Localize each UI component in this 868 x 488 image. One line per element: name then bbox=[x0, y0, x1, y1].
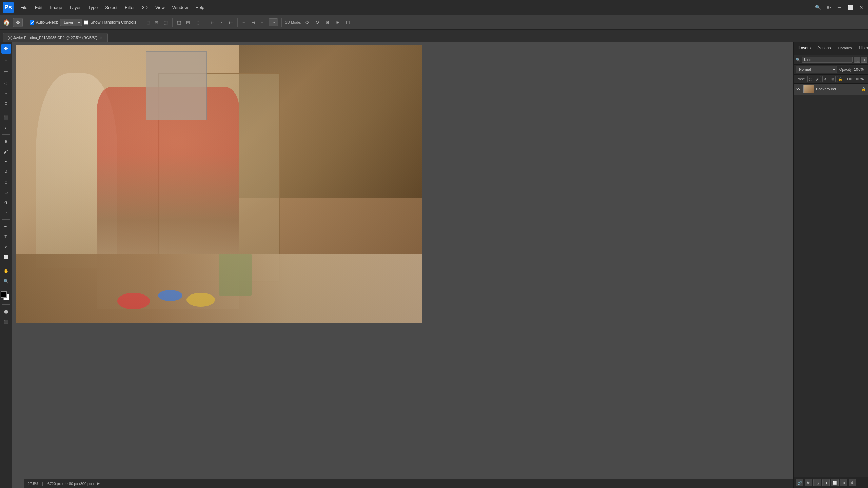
hand-btn[interactable]: ✋ bbox=[1, 266, 11, 276]
tool-separator-1 bbox=[2, 66, 10, 66]
menu-file[interactable]: File bbox=[17, 4, 31, 12]
type-btn[interactable]: T bbox=[1, 232, 11, 241]
filter-pixel-icon[interactable]: ⬚ bbox=[854, 57, 860, 63]
dist-right-btn[interactable]: ⫦ bbox=[227, 18, 235, 26]
tab-layers[interactable]: Layers bbox=[795, 44, 814, 53]
canvas-area[interactable]: 27.5% │ 6720 px x 4480 px (300 ppi) ▶ bbox=[12, 42, 793, 488]
artboard-tool-btn[interactable]: ⊞ bbox=[1, 54, 11, 64]
menu-view[interactable]: View bbox=[152, 4, 168, 12]
tab-actions[interactable]: Actions bbox=[814, 44, 834, 53]
menu-select[interactable]: Select bbox=[102, 4, 121, 12]
quick-mask-btn[interactable]: ⬤ bbox=[1, 307, 11, 316]
move-tool-option[interactable]: ✥ bbox=[13, 18, 23, 27]
layer-delete-btn[interactable]: 🗑 bbox=[849, 479, 856, 486]
transform-controls-checkbox[interactable]: Show Transform Controls bbox=[84, 20, 136, 25]
menu-type[interactable]: Type bbox=[85, 4, 101, 12]
3d-roll-btn[interactable]: ↻ bbox=[313, 18, 321, 26]
layer-search-input[interactable] bbox=[802, 57, 853, 63]
status-bar: 27.5% │ 6720 px x 4480 px (300 ppi) ▶ bbox=[24, 479, 793, 488]
3d-scale-btn[interactable]: ⊡ bbox=[344, 18, 352, 26]
tab-libraries[interactable]: Libraries bbox=[834, 44, 855, 53]
more-options-btn[interactable]: ··· bbox=[269, 18, 278, 26]
layer-group-btn[interactable]: ⬜ bbox=[831, 479, 839, 486]
brush-btn[interactable]: 🖌 bbox=[1, 147, 11, 156]
menu-3d[interactable]: 3D bbox=[139, 4, 151, 12]
eraser-btn[interactable]: ◻ bbox=[1, 177, 11, 187]
canvas-image bbox=[16, 45, 422, 323]
auto-select-input[interactable] bbox=[30, 20, 34, 25]
lock-artboard-btn[interactable]: ⊞ bbox=[830, 76, 836, 82]
separator-6 bbox=[281, 18, 282, 27]
tool-separator-2 bbox=[2, 110, 10, 110]
layer-link-btn[interactable]: 🔗 bbox=[796, 479, 803, 486]
menu-help[interactable]: Help bbox=[192, 4, 208, 12]
align-right-btn[interactable]: ⬚ bbox=[162, 18, 170, 26]
layer-mask-btn[interactable]: ⬚ bbox=[813, 479, 821, 486]
dist-center-v-btn[interactable]: ⫤ bbox=[249, 18, 257, 26]
gradient-btn[interactable]: ▭ bbox=[1, 187, 11, 197]
crop-btn[interactable]: ⊡ bbox=[1, 99, 11, 108]
separator-3 bbox=[172, 18, 173, 27]
blend-mode-dropdown[interactable]: Normal Dissolve Multiply Screen Overlay bbox=[796, 66, 837, 73]
layer-adjustment-btn[interactable]: ◑ bbox=[822, 479, 830, 486]
layer-background[interactable]: 👁 Background 🔒 bbox=[794, 84, 868, 95]
healing-brush-btn[interactable]: ⊕ bbox=[1, 137, 11, 146]
frame-tool-btn[interactable]: ⬛ bbox=[1, 113, 11, 122]
align-center-h-btn[interactable]: ⊟ bbox=[153, 18, 161, 26]
menu-filter[interactable]: Filter bbox=[121, 4, 138, 12]
nav-arrow[interactable]: ▶ bbox=[97, 481, 100, 486]
filter-icons: ⬚ ◑ T ⬜ ◈ bbox=[854, 57, 868, 63]
menu-edit[interactable]: Edit bbox=[32, 4, 46, 12]
transform-controls-input[interactable] bbox=[84, 20, 88, 25]
lock-transparent-btn[interactable]: ⬚ bbox=[807, 76, 813, 82]
lock-all-btn[interactable]: 🔒 bbox=[837, 76, 843, 82]
screen-mode-btn[interactable]: ⬛ bbox=[1, 317, 11, 326]
clone-stamp-btn[interactable]: ✦ bbox=[1, 157, 11, 166]
file-tab[interactable]: (c) Javier Pardina_F21A9985.CR2 @ 27.5% … bbox=[3, 33, 108, 42]
align-bottom-btn[interactable]: ⬚ bbox=[193, 18, 201, 26]
window-minimize[interactable]: ─ bbox=[835, 3, 844, 12]
color-swatches[interactable] bbox=[1, 291, 12, 302]
rectangular-marquee-btn[interactable]: ⬚ bbox=[1, 68, 11, 78]
blur-btn[interactable]: ◑ bbox=[1, 198, 11, 207]
move-tool-btn[interactable]: ✥ bbox=[1, 44, 11, 54]
foreground-color-swatch[interactable] bbox=[1, 291, 7, 298]
object-selection-btn[interactable]: ✧ bbox=[1, 88, 11, 98]
3d-pan-btn[interactable]: ⊕ bbox=[323, 18, 332, 26]
home-button[interactable]: 🏠 bbox=[3, 18, 11, 26]
workspace-switcher[interactable]: ⊞▾ bbox=[825, 3, 833, 12]
dist-bottom-btn[interactable]: ⫨ bbox=[258, 18, 267, 26]
3d-slide-btn[interactable]: ⊞ bbox=[334, 18, 342, 26]
window-close[interactable]: ✕ bbox=[857, 3, 865, 12]
lock-position-btn[interactable]: ✥ bbox=[822, 76, 828, 82]
3d-rotate-btn[interactable]: ↺ bbox=[303, 18, 311, 26]
auto-select-target-dropdown[interactable]: Layer Group bbox=[60, 19, 82, 26]
dist-top-btn[interactable]: ⫨ bbox=[240, 18, 248, 26]
layer-fx-btn[interactable]: fx bbox=[805, 479, 812, 486]
layer-new-btn[interactable]: ⊕ bbox=[840, 479, 847, 486]
pen-btn[interactable]: ✒ bbox=[1, 222, 11, 231]
tab-history[interactable]: History bbox=[855, 44, 868, 53]
lasso-btn[interactable]: ◌ bbox=[1, 78, 11, 88]
tab-close-btn[interactable]: ✕ bbox=[99, 35, 103, 40]
align-top-btn[interactable]: ⬚ bbox=[175, 18, 183, 26]
menu-image[interactable]: Image bbox=[46, 4, 65, 12]
dist-center-h-btn[interactable]: ⫠ bbox=[218, 18, 226, 26]
menu-layer[interactable]: Layer bbox=[66, 4, 84, 12]
dist-left-btn[interactable]: ⫦ bbox=[209, 18, 217, 26]
window-restore[interactable]: ⬜ bbox=[846, 3, 854, 12]
layer-visibility-eye[interactable]: 👁 bbox=[796, 86, 801, 92]
filter-adjustment-icon[interactable]: ◑ bbox=[861, 57, 867, 63]
path-selection-btn[interactable]: ⊳ bbox=[1, 242, 11, 251]
shape-btn[interactable]: ⬜ bbox=[1, 252, 11, 262]
auto-select-checkbox[interactable]: Auto-Select: bbox=[30, 20, 58, 25]
history-brush-btn[interactable]: ↺ bbox=[1, 167, 11, 177]
eyedropper-btn[interactable]: 𝒊 bbox=[1, 123, 11, 132]
lock-pixels-btn[interactable]: 🖌 bbox=[815, 76, 821, 82]
zoom-btn[interactable]: 🔍 bbox=[1, 276, 11, 286]
align-left-btn[interactable]: ⬚ bbox=[143, 18, 152, 26]
search-button[interactable]: 🔍 bbox=[814, 3, 822, 12]
align-center-v-btn[interactable]: ⊟ bbox=[184, 18, 192, 26]
dodge-btn[interactable]: ○ bbox=[1, 208, 11, 217]
menu-window[interactable]: Window bbox=[169, 4, 191, 12]
